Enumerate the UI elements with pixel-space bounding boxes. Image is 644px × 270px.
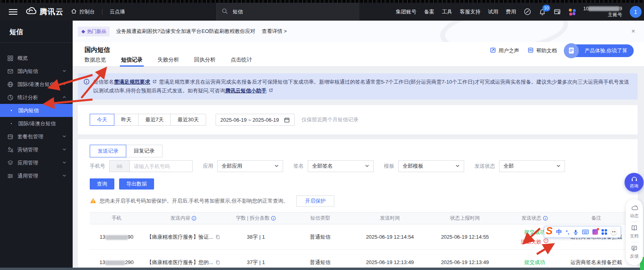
ime-mode-chinese[interactable]: 中 xyxy=(556,228,562,236)
ime-toolbar[interactable]: S 中 °, xyxy=(544,226,621,238)
bullet-dot xyxy=(11,110,12,111)
hamburger-menu-icon[interactable] xyxy=(9,9,17,15)
error-exclamation-icon[interactable] xyxy=(543,238,549,246)
cloud-feed-icon xyxy=(631,205,638,212)
feed-item[interactable]: 动态 xyxy=(630,202,639,222)
microphone-icon[interactable] xyxy=(573,229,578,235)
chevron-down-icon xyxy=(62,81,66,87)
chevron-down-icon xyxy=(556,163,561,169)
console-link[interactable]: 控制台 xyxy=(71,8,95,15)
reply-records-tab[interactable]: 回复记录 xyxy=(126,145,162,157)
sidebar-subitem-domestic-sms-active[interactable]: 国内短信 xyxy=(0,104,73,117)
date-today-button[interactable]: 今天 xyxy=(90,114,114,126)
nav-trial[interactable]: 试用 xyxy=(488,8,498,15)
spec-requirement-link[interactable]: 需满足规范要求 xyxy=(114,79,150,85)
nav-icp[interactable]: 备案 xyxy=(424,8,434,15)
enable-protection-button[interactable]: 开启保护 xyxy=(296,195,334,207)
send-records-tab[interactable]: 发送记录 xyxy=(90,145,126,157)
report-time-cell: 2025-06-19 12:14:55 xyxy=(428,224,503,250)
feedback-circle-icon[interactable] xyxy=(524,8,531,15)
sidebar-item-intl-sms[interactable]: 国际/港澳台短信 xyxy=(0,78,73,91)
info-icon[interactable] xyxy=(271,216,276,221)
phone-number-input[interactable] xyxy=(130,160,193,172)
col-send-time: 发送时间 xyxy=(353,213,428,224)
signature-select[interactable]: 全部签名 xyxy=(308,160,374,172)
user-voice-link[interactable]: 用户之声 xyxy=(490,47,519,54)
encryption-warning: 您尚未开启手机号码加密保护。开启后,手机号将加密展示,但不影响您的正常查询。 开… xyxy=(90,195,626,207)
notification-bell-icon[interactable]: 10 xyxy=(539,8,546,15)
tab-failure-analysis[interactable]: 失败分析 xyxy=(158,54,179,66)
colorful-apps-icon[interactable] xyxy=(569,8,576,15)
page-tabs: 数据总览 短信记录 失败分析 回执分析 点击统计 xyxy=(73,54,644,67)
close-icon[interactable]: × xyxy=(631,27,635,35)
records-table: 手机 发送内容 字数 | 拆分条数 短信类型 发送时间 状态上报时间 发送状态 … xyxy=(90,212,626,267)
sms-assistant-link[interactable]: 腾讯云短信小助手 xyxy=(225,88,266,94)
tab-sms-records[interactable]: 短信记录 xyxy=(121,54,143,66)
ime-punctuation[interactable]: °, xyxy=(566,229,569,235)
toolbox-grid-icon[interactable] xyxy=(602,229,607,235)
sliders-icon xyxy=(7,173,13,179)
sidebar-item-overview[interactable]: 概览 xyxy=(0,52,73,65)
nav-group-account[interactable]: 集团账号 xyxy=(396,8,416,15)
send-time-cell: 2025-06-19 12:13:49 xyxy=(353,250,428,268)
doc-icon xyxy=(528,47,534,54)
search-icon xyxy=(222,8,228,16)
tencent-cloud-logo[interactable]: 腾讯云 xyxy=(25,6,64,18)
help-docs-link[interactable]: 帮助文档 xyxy=(528,47,557,54)
query-button[interactable]: 查询 xyxy=(90,178,114,190)
tab-click-stats[interactable]: 点击统计 xyxy=(231,54,252,66)
pie-chart-icon xyxy=(7,94,13,101)
page-header: 国内短信 用户之声 帮助文档 xyxy=(73,42,644,67)
sidebar-item-domestic-sms[interactable]: 国内短信 xyxy=(0,65,73,78)
date-last30-button[interactable]: 最近30天 xyxy=(170,114,206,126)
date-yesterday-button[interactable]: 昨天 xyxy=(114,114,139,126)
sidebar: 短信 概览 国内短信 国际/港澳台短信 xyxy=(0,21,73,270)
send-status-label: 发送状态 xyxy=(474,163,495,170)
date-last7-button[interactable]: 最近7天 xyxy=(138,114,171,126)
keyboard-icon[interactable] xyxy=(582,229,589,235)
send-status-select[interactable]: 全部 xyxy=(499,160,565,172)
nav-tools[interactable]: 工具 xyxy=(442,8,452,15)
chevron-down-icon xyxy=(274,163,279,169)
envelope-icon xyxy=(7,68,13,75)
copy-icon[interactable] xyxy=(215,235,220,241)
sidebar-item-package-mgmt[interactable]: 套餐包管理 xyxy=(0,130,73,143)
product-tab-vod[interactable]: 云点播 xyxy=(110,8,125,15)
nav-billing[interactable]: 费用 xyxy=(506,8,516,15)
table-row[interactable]: 13290 【痛康精准医疗服务】您的... 37字 | 1 普通短信 2025-… xyxy=(90,250,626,268)
phone-redacted xyxy=(106,235,128,240)
sidebar-item-app-mgmt[interactable]: 应用管理 xyxy=(0,156,73,169)
sidebar-item-marketing-mgmt[interactable]: 营销管理 xyxy=(0,143,73,156)
notice-alert: 短信签名需满足规范要求 需满足规范要求且在运营商完成实名报备后才可保障短信下发成… xyxy=(78,73,638,100)
tab-receipt-analysis[interactable]: 回执分析 xyxy=(194,54,216,66)
skin-icon[interactable] xyxy=(592,229,598,235)
feedback-item[interactable]: 反馈 xyxy=(630,242,639,262)
global-search-input[interactable]: 短信 xyxy=(216,3,359,21)
template-select[interactable]: 全部模板 xyxy=(398,160,464,172)
nav-support[interactable]: 客服支持 xyxy=(460,8,480,15)
sidebar-item-general-mgmt[interactable]: 通用管理 xyxy=(0,169,73,182)
emoji-face-icon[interactable] xyxy=(611,229,617,235)
promo-details-link[interactable]: 查看详情 > xyxy=(262,28,287,35)
sidebar-item-statistics[interactable]: 统计分析 xyxy=(0,91,73,104)
sidebar-subitem-intl-sms[interactable]: 国际/港澳台短信 xyxy=(0,117,73,130)
export-data-button[interactable]: 导出数据 xyxy=(119,178,154,190)
consult-button[interactable]: 咨询 xyxy=(625,173,644,192)
chevron-up-icon xyxy=(62,94,66,100)
sogou-logo-icon[interactable]: S xyxy=(546,226,553,236)
user-voice-icon xyxy=(490,47,496,54)
tab-data-overview[interactable]: 数据总览 xyxy=(85,54,106,66)
phone-country-code[interactable]: 86 xyxy=(109,160,130,172)
user-avatar[interactable]: 1 xyxy=(630,6,642,18)
copy-icon[interactable] xyxy=(215,260,220,266)
account-info[interactable]: 109 主账号 xyxy=(583,6,622,18)
home-icon xyxy=(71,8,77,15)
date-range-picker[interactable]: 2025-06-19 ~ 2025-06-19 xyxy=(216,114,295,126)
info-icon[interactable] xyxy=(191,216,197,221)
billing-doc-icon[interactable] xyxy=(553,8,561,15)
bullet-dot xyxy=(11,123,12,124)
doc-item[interactable]: 文档 xyxy=(630,222,639,242)
info-icon[interactable] xyxy=(543,216,548,221)
app-select[interactable]: 全部应用 xyxy=(217,160,283,172)
screenshot-top-border xyxy=(0,0,644,3)
